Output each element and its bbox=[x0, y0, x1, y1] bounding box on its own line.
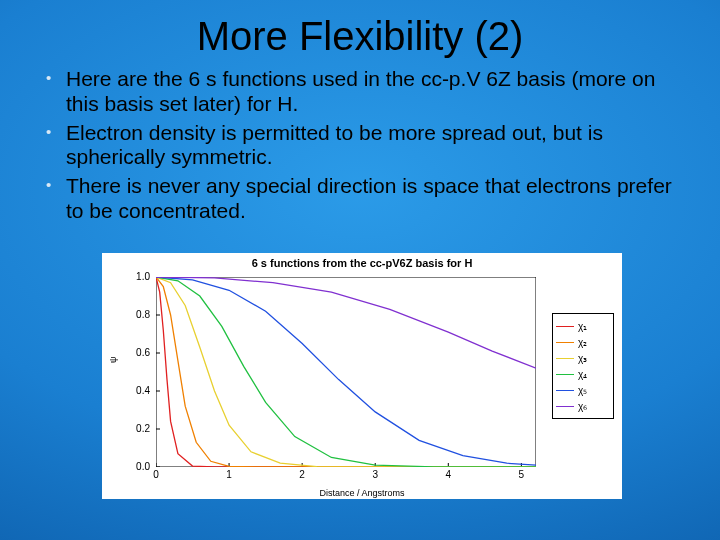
legend-item: χ₂ bbox=[556, 334, 610, 350]
legend-label: χ₄ bbox=[578, 369, 587, 380]
legend-label: χ₃ bbox=[578, 353, 587, 364]
x-tick-label: 4 bbox=[438, 469, 458, 480]
legend-item: χ₃ bbox=[556, 350, 610, 366]
legend-item: χ₁ bbox=[556, 318, 610, 334]
y-tick-label: 1.0 bbox=[124, 271, 150, 282]
legend-label: χ₆ bbox=[578, 401, 587, 412]
plot-area bbox=[156, 277, 536, 467]
bullet-list: Here are the 6 s functions used in the c… bbox=[66, 67, 690, 224]
x-tick-label: 5 bbox=[511, 469, 531, 480]
slide: More Flexibility (2) Here are the 6 s fu… bbox=[0, 0, 720, 540]
legend-item: χ₅ bbox=[556, 382, 610, 398]
legend-item: χ₄ bbox=[556, 366, 610, 382]
slide-body: Here are the 6 s functions used in the c… bbox=[0, 59, 720, 224]
slide-title: More Flexibility (2) bbox=[0, 0, 720, 59]
legend: χ₁χ₂χ₃χ₄χ₅χ₆ bbox=[552, 313, 614, 419]
plot-svg bbox=[156, 277, 536, 467]
legend-label: χ₁ bbox=[578, 321, 587, 332]
x-tick-label: 3 bbox=[365, 469, 385, 480]
legend-item: χ₆ bbox=[556, 398, 610, 414]
y-tick-label: 0.8 bbox=[124, 309, 150, 320]
legend-swatch bbox=[556, 358, 574, 359]
svg-rect-0 bbox=[156, 277, 536, 467]
legend-label: χ₅ bbox=[578, 385, 587, 396]
bullet-item: There is never any special direction is … bbox=[66, 174, 690, 224]
bullet-item: Here are the 6 s functions used in the c… bbox=[66, 67, 690, 117]
x-axis-label: Distance / Angstroms bbox=[102, 488, 622, 498]
x-tick-label: 1 bbox=[219, 469, 239, 480]
y-tick-label: 0.4 bbox=[124, 385, 150, 396]
y-axis-label: ψ bbox=[108, 357, 118, 363]
chart: 6 s functions from the cc-pV6Z basis for… bbox=[102, 253, 622, 499]
y-tick-label: 0.6 bbox=[124, 347, 150, 358]
legend-swatch bbox=[556, 342, 574, 343]
legend-swatch bbox=[556, 406, 574, 407]
chart-title: 6 s functions from the cc-pV6Z basis for… bbox=[102, 253, 622, 269]
legend-swatch bbox=[556, 374, 574, 375]
x-tick-label: 2 bbox=[292, 469, 312, 480]
legend-label: χ₂ bbox=[578, 337, 587, 348]
legend-swatch bbox=[556, 326, 574, 327]
bullet-item: Electron density is permitted to be more… bbox=[66, 121, 690, 171]
legend-swatch bbox=[556, 390, 574, 391]
x-tick-label: 0 bbox=[146, 469, 166, 480]
y-tick-label: 0.2 bbox=[124, 423, 150, 434]
